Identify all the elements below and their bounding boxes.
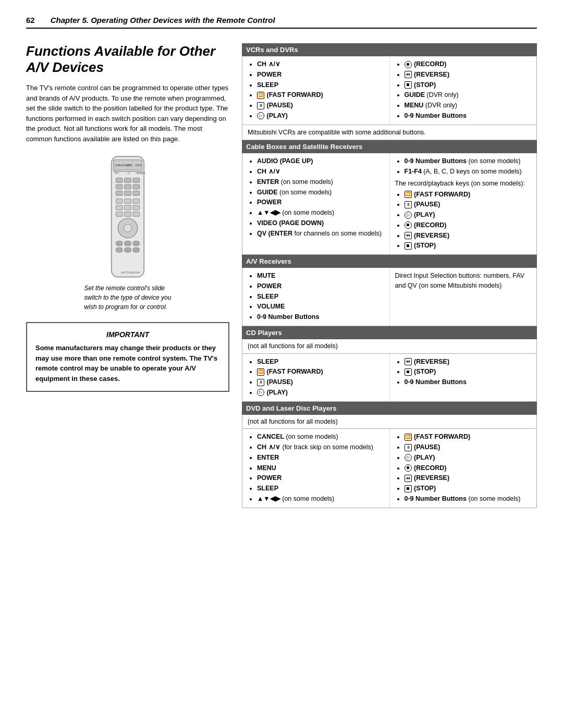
svg-rect-15 bbox=[116, 191, 123, 196]
dvd-laser-col1: CANCEL (on some models) CH ∧/∨ (for trac… bbox=[242, 429, 389, 507]
svg-rect-19 bbox=[125, 199, 131, 204]
svg-rect-17 bbox=[133, 191, 140, 196]
dvd-laser-header: DVD and Laser Disc Players bbox=[242, 402, 537, 415]
list-item: ⏸ (PAUSE) bbox=[257, 101, 384, 110]
svg-rect-29 bbox=[116, 241, 123, 246]
list-item: F1-F4 (A, B, C, D keys on some models) bbox=[405, 167, 532, 177]
list-item: ⏮ (REVERSE) bbox=[405, 357, 532, 367]
vcrs-dvrs-list1: CH ∧/∨ POWER SLEEP ⏩ (FAST FORWARD) ⏸ (P… bbox=[248, 59, 384, 121]
svg-rect-13 bbox=[125, 184, 131, 189]
list-item: ⏩ (FAST FORWARD) bbox=[257, 367, 384, 377]
svg-rect-33 bbox=[125, 248, 131, 253]
content-area: Functions Available for Other A/V Device… bbox=[26, 43, 537, 508]
list-item: 0-9 Number Buttons bbox=[405, 111, 532, 121]
svg-text:MITSUBISHI: MITSUBISHI bbox=[121, 271, 140, 275]
list-item: CH ∧/∨ bbox=[257, 167, 384, 177]
list-item: ⏺ (RECORD) bbox=[405, 59, 532, 69]
list-item: POWER bbox=[257, 281, 384, 291]
av-receivers-row: MUTE POWER SLEEP VOLUME 0-9 Number Butto… bbox=[242, 268, 536, 326]
page-number: 62 bbox=[26, 16, 35, 24]
list-item: SLEEP bbox=[257, 80, 384, 90]
important-text: Some manufacturers may change their prod… bbox=[35, 343, 220, 384]
list-item: ⏺ (RECORD) bbox=[405, 220, 532, 230]
cd-note: (not all functions for all models) bbox=[242, 339, 537, 353]
cable-list3: ⏩ (FAST FORWARD) ⏸ (PAUSE) ▷ (PLAY) ⏺ (R… bbox=[395, 190, 532, 251]
list-item: ⏮ (REVERSE) bbox=[405, 70, 532, 80]
cd-players-row: SLEEP ⏩ (FAST FORWARD) ⏸ (PAUSE) ▷ (PLAY… bbox=[242, 354, 536, 401]
list-item: ⏸ (PAUSE) bbox=[405, 442, 532, 452]
cd-players-header: CD Players bbox=[242, 326, 537, 339]
list-item: GUIDE (DVR only) bbox=[405, 90, 532, 100]
body-text: The TV's remote control can be programme… bbox=[26, 83, 229, 144]
page-header: 62 Chapter 5. Operating Other Devices wi… bbox=[26, 16, 537, 29]
list-item: ▲▼◀▶ (on some models) bbox=[257, 494, 384, 504]
list-item: SLEEP bbox=[257, 357, 384, 367]
svg-rect-22 bbox=[125, 205, 131, 210]
svg-text:TV ↑: TV ↑ bbox=[115, 171, 120, 175]
record-playback-note: The record/playback keys (on some models… bbox=[395, 179, 532, 189]
svg-text:| |: | | bbox=[128, 171, 130, 175]
cd-players-col1: SLEEP ⏩ (FAST FORWARD) ⏸ (PAUSE) ▷ (PLAY… bbox=[242, 354, 389, 401]
list-item: CH ∧/∨ (for track skip on some models) bbox=[257, 442, 384, 452]
list-item: QV (ENTER for channels on some models) bbox=[257, 229, 384, 239]
dvd-list2: ⏩ (FAST FORWARD) ⏸ (PAUSE) ▷ (PLAY) ⏺ (R… bbox=[395, 432, 532, 503]
list-item: ⏹ (STOP) bbox=[405, 367, 532, 377]
vcrs-dvrs-col2: ⏺ (RECORD) ⏮ (REVERSE) ⏹ (STOP) GUIDE (D… bbox=[389, 56, 537, 125]
svg-point-28 bbox=[124, 225, 132, 232]
list-item: ⏹ (STOP) bbox=[405, 484, 532, 493]
vcrs-dvrs-list2: ⏺ (RECORD) ⏮ (REVERSE) ⏹ (STOP) GUIDE (D… bbox=[395, 59, 532, 121]
remote-caption: Set the remote control's slide switch to… bbox=[84, 283, 172, 312]
svg-rect-21 bbox=[116, 205, 123, 210]
svg-text:DVD: DVD bbox=[136, 164, 142, 167]
list-item: POWER bbox=[257, 198, 384, 207]
vcrs-dvrs-row: CH ∧/∨ POWER SLEEP ⏩ (FAST FORWARD) ⏸ (P… bbox=[242, 56, 536, 125]
list-item: 0-9 Number Buttons (on some models) bbox=[405, 494, 532, 504]
svg-rect-11 bbox=[133, 178, 140, 183]
list-item: AUDIO (PAGE UP) bbox=[257, 156, 384, 166]
svg-rect-10 bbox=[125, 178, 131, 183]
dvd-laser-row: CANCEL (on some models) CH ∧/∨ (for trac… bbox=[242, 429, 536, 507]
av-receivers-col1: MUTE POWER SLEEP VOLUME 0-9 Number Butto… bbox=[242, 268, 389, 326]
av-receivers-col2: Direct Input Selection buttons: numbers,… bbox=[389, 268, 537, 326]
svg-rect-14 bbox=[133, 184, 140, 189]
list-item: ▷ (PLAY) bbox=[257, 388, 384, 398]
dvd-laser-col2: ⏩ (FAST FORWARD) ⏸ (PAUSE) ▷ (PLAY) ⏺ (R… bbox=[389, 429, 537, 507]
list-item: ENTER bbox=[257, 453, 384, 463]
svg-rect-31 bbox=[133, 241, 140, 246]
svg-rect-32 bbox=[116, 248, 123, 253]
direct-input-text: Direct Input Selection buttons: numbers,… bbox=[395, 271, 532, 291]
list-item: MENU bbox=[257, 463, 384, 473]
important-title: IMPORTANT bbox=[35, 330, 220, 339]
cd-players-section: CD Players (not all functions for all mo… bbox=[242, 326, 537, 402]
cable-list1: AUDIO (PAGE UP) CH ∧/∨ ENTER (on some mo… bbox=[248, 156, 384, 238]
list-item: ⏩ (FAST FORWARD) bbox=[405, 432, 532, 442]
vcrs-dvrs-body: CH ∧/∨ POWER SLEEP ⏩ (FAST FORWARD) ⏸ (P… bbox=[242, 56, 537, 125]
svg-rect-16 bbox=[125, 191, 131, 196]
av-receivers-body: MUTE POWER SLEEP VOLUME 0-9 Number Butto… bbox=[242, 268, 537, 326]
cable-satellite-body: AUDIO (PAGE UP) CH ∧/∨ ENTER (on some mo… bbox=[242, 153, 537, 255]
svg-rect-26 bbox=[133, 212, 140, 217]
av-receivers-section: A/V Receivers MUTE POWER SLEEP VOLUME 0-… bbox=[242, 255, 537, 326]
list-item: ▷ (PLAY) bbox=[257, 111, 384, 121]
list-item: ⏸ (PAUSE) bbox=[257, 377, 384, 387]
svg-rect-23 bbox=[133, 205, 140, 210]
svg-rect-25 bbox=[125, 212, 131, 217]
svg-rect-24 bbox=[116, 212, 123, 217]
vcrs-dvrs-section: VCRs and DVRs CH ∧/∨ POWER SLEEP ⏩ (FAST… bbox=[242, 43, 537, 140]
vcrs-dvrs-note: Mitsubishi VCRs are compatible with some… bbox=[242, 125, 537, 141]
important-box: IMPORTANT Some manufacturers may change … bbox=[26, 322, 229, 392]
list-item: POWER bbox=[257, 473, 384, 483]
chapter-title: Chapter 5. Operating Other Devices with … bbox=[51, 16, 275, 24]
list-item: ▷ (PLAY) bbox=[405, 453, 532, 463]
right-column: VCRs and DVRs CH ∧/∨ POWER SLEEP ⏩ (FAST… bbox=[242, 43, 537, 508]
remote-illustration: CABLE/SAT VCR DVD TV ↑ | | ↑AUDIO bbox=[102, 153, 154, 283]
svg-rect-18 bbox=[116, 199, 123, 204]
svg-rect-34 bbox=[133, 248, 140, 253]
svg-rect-9 bbox=[116, 178, 123, 183]
left-column: Functions Available for Other A/V Device… bbox=[26, 43, 229, 508]
list-item: VIDEO (PAGE DOWN) bbox=[257, 218, 384, 228]
list-item: ENTER (on some models) bbox=[257, 177, 384, 187]
list-item: ⏮ (REVERSE) bbox=[405, 231, 532, 241]
svg-rect-12 bbox=[116, 184, 123, 189]
list-item: ⏹ (STOP) bbox=[405, 80, 532, 90]
